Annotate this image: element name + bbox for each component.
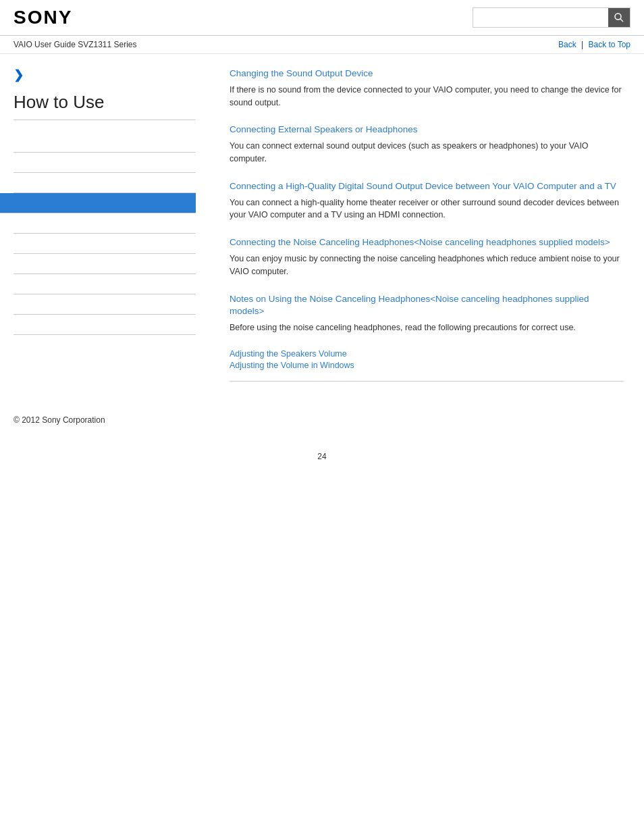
section5-link[interactable]: Notes on Using the Noise Canceling Headp…	[230, 293, 624, 319]
sidebar-item-9[interactable]	[14, 294, 196, 315]
bottom-links: Adjusting the Speakers Volume Adjusting …	[230, 349, 624, 370]
back-link[interactable]: Back	[558, 40, 576, 49]
content-section-4: Connecting the Noise Canceling Headphone…	[230, 236, 624, 278]
footer: © 2012 Sony Corporation	[0, 395, 644, 438]
sidebar-item-3[interactable]	[14, 173, 196, 193]
sidebar: ❯ How to Use	[0, 54, 209, 395]
bottom-link-1[interactable]: Adjusting the Speakers Volume	[230, 349, 624, 359]
sidebar-item-1[interactable]	[14, 132, 196, 153]
sub-header: VAIO User Guide SVZ1311 Series Back | Ba…	[0, 36, 644, 54]
main-container: ❯ How to Use Changing the Sound Output D…	[0, 54, 644, 395]
bottom-divider	[230, 381, 624, 382]
content-section-2: Connecting External Speakers or Headphon…	[230, 124, 624, 165]
bottom-link-2[interactable]: Adjusting the Volume in Windows	[230, 361, 624, 370]
content-section-3: Connecting a High-Quality Digital Sound …	[230, 180, 624, 221]
section4-link[interactable]: Connecting the Noise Canceling Headphone…	[230, 236, 624, 249]
nav-separator: |	[581, 40, 583, 49]
search-box	[473, 7, 630, 28]
sony-logo: SONY	[14, 7, 72, 28]
svg-point-0	[615, 14, 621, 20]
section2-link[interactable]: Connecting External Speakers or Headphon…	[230, 124, 624, 136]
section1-desc: If there is no sound from the device con…	[230, 84, 624, 109]
page-number: 24	[0, 438, 644, 468]
sidebar-item-5[interactable]	[14, 213, 196, 234]
sidebar-item-7[interactable]	[14, 254, 196, 274]
svg-line-1	[620, 19, 623, 22]
sidebar-item-4-active[interactable]	[0, 193, 196, 213]
content-area: Changing the Sound Output Device If ther…	[209, 54, 644, 395]
sidebar-item-8[interactable]	[14, 274, 196, 294]
guide-title: VAIO User Guide SVZ1311 Series	[14, 40, 137, 49]
nav-links: Back | Back to Top	[558, 40, 630, 49]
sidebar-item-2[interactable]	[14, 153, 196, 173]
sidebar-item-6[interactable]	[14, 234, 196, 254]
header: SONY	[0, 0, 644, 36]
section1-link[interactable]: Changing the Sound Output Device	[230, 68, 624, 80]
sidebar-title: How to Use	[14, 92, 196, 120]
search-icon	[614, 12, 624, 23]
sidebar-chevron[interactable]: ❯	[14, 68, 196, 82]
sidebar-item-10[interactable]	[14, 315, 196, 335]
search-input[interactable]	[473, 8, 608, 27]
section3-desc: You can connect a high-quality home thea…	[230, 197, 624, 222]
section2-desc: You can connect external sound output de…	[230, 140, 624, 165]
copyright: © 2012 Sony Corporation	[14, 415, 105, 425]
section3-link[interactable]: Connecting a High-Quality Digital Sound …	[230, 180, 624, 193]
search-button[interactable]	[608, 8, 630, 27]
content-section-5: Notes on Using the Noise Canceling Headp…	[230, 293, 624, 335]
content-section-1: Changing the Sound Output Device If ther…	[230, 68, 624, 109]
section4-desc: You can enjoy music by connecting the no…	[230, 253, 624, 278]
back-to-top-link[interactable]: Back to Top	[589, 40, 630, 49]
section5-desc: Before using the noise canceling headpho…	[230, 321, 624, 334]
